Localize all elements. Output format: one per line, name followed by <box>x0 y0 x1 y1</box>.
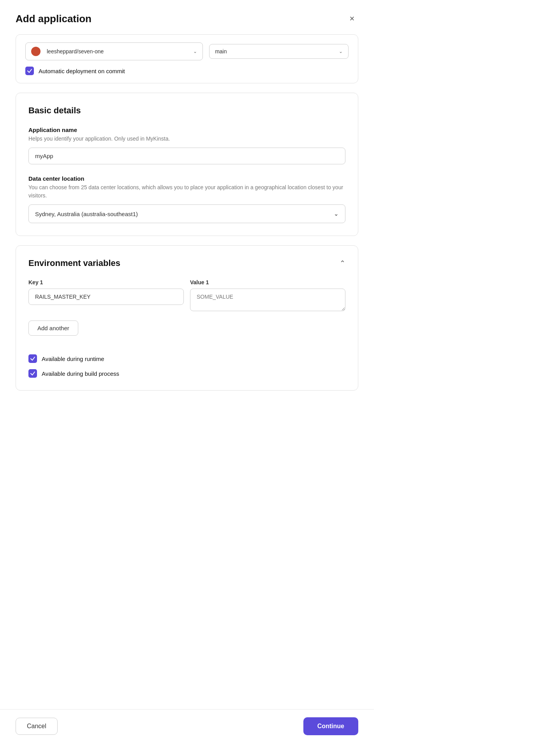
runtime-checkbox[interactable] <box>28 354 37 363</box>
check-icon <box>30 356 35 361</box>
env-checkbox-group: Available during runtime Available durin… <box>28 354 345 378</box>
repository-select[interactable]: leesheppard/seven-one ⌄ <box>25 42 203 60</box>
build-checkbox[interactable] <box>28 369 37 378</box>
build-checkbox-row: Available during build process <box>28 369 345 378</box>
add-another-button[interactable]: Add another <box>28 320 78 336</box>
basic-details-title: Basic details <box>28 106 345 116</box>
branch-select[interactable]: main ⌄ <box>209 44 349 59</box>
repo-branch-row: leesheppard/seven-one ⌄ main ⌄ <box>25 42 349 60</box>
auto-deploy-row: Automatic deployment on commit <box>25 67 349 75</box>
modal-title: Add application <box>16 13 92 25</box>
avatar <box>31 47 41 56</box>
env-key1-group: Key 1 <box>28 279 184 313</box>
continue-button[interactable]: Continue <box>303 717 358 735</box>
env-value1-label: Value 1 <box>190 279 345 285</box>
check-icon <box>30 371 35 376</box>
add-application-modal: Add application × leesheppard/seven-one … <box>0 0 374 437</box>
build-label: Available during build process <box>42 370 119 377</box>
app-name-field-group: Application name Helps you identify your… <box>28 127 345 164</box>
modal-header: Add application × <box>0 0 374 34</box>
app-name-input[interactable] <box>28 148 345 164</box>
env-value1-group: Value 1 <box>190 279 345 313</box>
data-center-select-value: Sydney, Australia (australia-southeast1) <box>35 211 138 217</box>
branch-select-value: main <box>215 48 227 55</box>
close-button[interactable]: × <box>346 12 358 25</box>
env-collapse-button[interactable]: ⌃ <box>340 259 345 268</box>
env-key1-input[interactable] <box>28 289 184 305</box>
data-center-description: You can choose from 25 data center locat… <box>28 183 345 200</box>
chevron-down-icon: ⌄ <box>334 210 339 217</box>
app-name-description: Helps you identify your application. Onl… <box>28 135 345 143</box>
env-section-header: Environment variables ⌃ <box>28 258 345 268</box>
env-variables-section: Environment variables ⌃ Key 1 Value 1 Ad… <box>16 245 358 391</box>
data-center-field-group: Data center location You can choose from… <box>28 175 345 223</box>
data-center-label: Data center location <box>28 175 345 182</box>
modal-body: leesheppard/seven-one ⌄ main ⌄ <box>0 34 374 437</box>
runtime-checkbox-row: Available during runtime <box>28 354 345 363</box>
app-name-label: Application name <box>28 127 345 133</box>
env-value1-textarea[interactable] <box>190 289 345 311</box>
cancel-button[interactable]: Cancel <box>16 718 58 735</box>
data-center-select[interactable]: Sydney, Australia (australia-southeast1)… <box>28 204 345 223</box>
repo-select-value: leesheppard/seven-one <box>47 48 104 55</box>
auto-deploy-checkbox[interactable] <box>25 67 34 75</box>
repo-section: leesheppard/seven-one ⌄ main ⌄ <box>16 34 358 83</box>
chevron-down-icon: ⌄ <box>193 49 197 54</box>
chevron-down-icon: ⌄ <box>339 49 343 54</box>
modal-footer: Cancel Continue <box>0 709 374 743</box>
basic-details-card: Basic details Application name Helps you… <box>16 93 358 236</box>
env-key-value-row: Key 1 Value 1 <box>28 279 345 313</box>
env-section-title: Environment variables <box>28 258 120 268</box>
check-icon <box>27 68 32 74</box>
auto-deploy-label: Automatic deployment on commit <box>39 68 125 74</box>
runtime-label: Available during runtime <box>42 356 104 362</box>
env-key1-label: Key 1 <box>28 279 184 285</box>
